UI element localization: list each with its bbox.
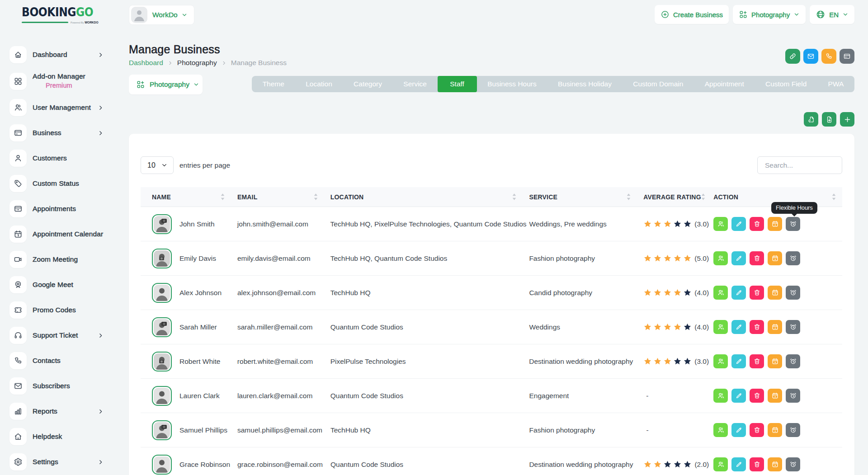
tab-appointment[interactable]: Appointment <box>694 76 755 92</box>
tab-pwa[interactable]: PWA <box>817 76 854 92</box>
column-header-name[interactable]: NAME <box>141 193 231 201</box>
workspace-selector[interactable]: WorkDo <box>129 5 194 25</box>
flexible-hours-button[interactable] <box>786 354 800 368</box>
tab-theme[interactable]: Theme <box>252 76 295 92</box>
edit-button[interactable] <box>731 389 746 403</box>
column-header-action[interactable]: ACTION <box>707 193 842 201</box>
search-input[interactable] <box>757 156 842 174</box>
staff-users-button[interactable] <box>713 457 728 471</box>
edit-button[interactable] <box>731 423 746 437</box>
sidebar-item-contacts[interactable]: Contacts <box>0 348 120 373</box>
edit-button[interactable] <box>731 457 746 471</box>
tab-staff[interactable]: Staff <box>438 76 477 92</box>
sidebar-item-helpdesk[interactable]: Helpdesk <box>0 424 120 449</box>
tab-custom-domain[interactable]: Custom Domain <box>623 76 694 92</box>
flexible-hours-button[interactable] <box>786 251 800 265</box>
schedule-button[interactable] <box>768 423 782 437</box>
staff-users-button[interactable] <box>713 423 728 437</box>
phone-button[interactable] <box>821 49 836 64</box>
flexible-hours-button[interactable] <box>786 286 800 300</box>
schedule-button[interactable] <box>768 251 782 265</box>
edit-button[interactable] <box>731 286 746 300</box>
schedule-button[interactable] <box>768 217 782 231</box>
delete-button[interactable] <box>750 320 764 334</box>
column-header-average-rating[interactable]: AVERAGE RATING <box>637 193 707 201</box>
sidebar-item-business[interactable]: Business <box>0 120 120 146</box>
sidebar-item-appointment-calendar[interactable]: Appointment Calendar <box>0 221 120 247</box>
column-header-email[interactable]: EMAIL <box>231 193 324 201</box>
import-button[interactable] <box>804 112 818 127</box>
flexible-hours-button[interactable] <box>786 423 800 437</box>
sidebar-item-support-ticket[interactable]: Support Ticket <box>0 323 120 348</box>
tab-location[interactable]: Location <box>295 76 343 92</box>
delete-button[interactable] <box>750 217 764 231</box>
tab-service[interactable]: Service <box>393 76 438 92</box>
staff-users-button[interactable] <box>713 320 728 334</box>
flexible-hours-button[interactable] <box>786 457 800 471</box>
create-business-button[interactable]: Create Business <box>655 5 729 24</box>
tab-business-holiday[interactable]: Business Holiday <box>547 76 622 92</box>
sort-icon[interactable] <box>512 193 516 200</box>
sidebar-item-promo-codes[interactable]: Promo Codes <box>0 297 120 323</box>
delete-button[interactable] <box>750 389 764 403</box>
schedule-button[interactable] <box>768 457 782 471</box>
edit-button[interactable] <box>731 251 746 265</box>
flexible-hours-button[interactable] <box>786 217 800 231</box>
sidebar-item-customers[interactable]: Customers <box>0 146 120 171</box>
schedule-button[interactable] <box>768 286 782 300</box>
sidebar-item-add-on-manager[interactable]: Add-on ManagerPremium <box>0 67 120 95</box>
sort-icon[interactable] <box>832 193 836 200</box>
card-button[interactable] <box>840 49 854 64</box>
add-staff-button[interactable] <box>840 112 854 127</box>
edit-button[interactable] <box>731 354 746 368</box>
breadcrumb-item[interactable]: Dashboard <box>129 59 163 67</box>
star-icon <box>653 288 662 297</box>
entries-per-page-select[interactable]: 10 <box>141 156 174 174</box>
tab-category[interactable]: Category <box>343 76 392 92</box>
staff-users-button[interactable] <box>713 389 728 403</box>
sidebar-item-reports[interactable]: Reports <box>0 399 120 424</box>
sidebar-item-custom-status[interactable]: Custom Status <box>0 171 120 196</box>
schedule-button[interactable] <box>768 320 782 334</box>
sidebar-item-subscribers[interactable]: Subscribers <box>0 373 120 399</box>
edit-button[interactable] <box>731 217 746 231</box>
business-switcher-button[interactable]: Photography <box>733 5 806 24</box>
delete-button[interactable] <box>750 423 764 437</box>
delete-button[interactable] <box>750 251 764 265</box>
breadcrumb-item[interactable]: Photography <box>177 59 217 67</box>
staff-users-button[interactable] <box>713 251 728 265</box>
staff-users-button[interactable] <box>713 286 728 300</box>
flexible-hours-button[interactable] <box>786 320 800 334</box>
logo[interactable]: BOOKINGGO Powered By WORKDO <box>22 6 99 24</box>
export-button[interactable] <box>822 112 836 127</box>
business-select[interactable]: Photography <box>129 75 203 94</box>
edit-button[interactable] <box>731 320 746 334</box>
sidebar-item-user-management[interactable]: User Management <box>0 95 120 120</box>
column-header-service[interactable]: SERVICE <box>523 193 637 201</box>
sort-icon[interactable] <box>627 193 631 200</box>
sidebar-item-appointments[interactable]: Appointments <box>0 196 120 221</box>
staff-users-button[interactable] <box>713 354 728 368</box>
schedule-button[interactable] <box>768 354 782 368</box>
sidebar-item-label: Appointments <box>33 204 76 214</box>
copy-link-button[interactable] <box>785 49 800 64</box>
sidebar-item-dashboard[interactable]: Dashboard <box>0 42 120 67</box>
flexible-hours-button[interactable] <box>786 389 800 403</box>
column-header-location[interactable]: LOCATION <box>324 193 523 201</box>
delete-button[interactable] <box>750 354 764 368</box>
sort-icon[interactable] <box>221 193 225 200</box>
sidebar-item-zoom-meeting[interactable]: Zoom Meeting <box>0 247 120 272</box>
delete-button[interactable] <box>750 457 764 471</box>
sidebar-item-google-meet[interactable]: Google Meet <box>0 272 120 297</box>
tab-business-hours[interactable]: Business Hours <box>477 76 547 92</box>
sort-icon[interactable] <box>701 193 705 200</box>
star-icon <box>643 460 652 469</box>
language-button[interactable]: EN <box>810 5 854 24</box>
sort-icon[interactable] <box>314 193 318 200</box>
tab-custom-field[interactable]: Custom Field <box>755 76 817 92</box>
delete-button[interactable] <box>750 286 764 300</box>
email-button[interactable] <box>803 49 818 64</box>
staff-users-button[interactable] <box>713 217 728 231</box>
schedule-button[interactable] <box>768 389 782 403</box>
sidebar-item-settings[interactable]: Settings <box>0 449 120 475</box>
